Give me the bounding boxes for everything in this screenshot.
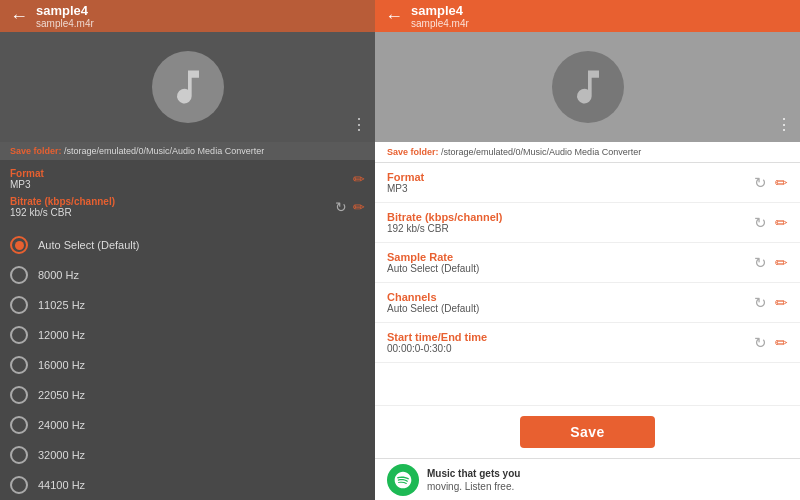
right-three-dots-icon[interactable]: ⋮ [776,115,792,134]
right-header: ← sample4 sample4.m4r [375,0,800,32]
setting-label: Channels [387,291,479,303]
right-title: sample4 [411,3,469,18]
radio-outer [10,266,28,284]
setting-left: Start time/End time00:00:0-0:30:0 [387,331,487,354]
setting-refresh-icon[interactable]: ↻ [754,294,767,312]
right-music-icon [552,51,624,123]
left-three-dots-icon[interactable]: ⋮ [351,115,367,134]
radio-label: 22050 Hz [38,389,85,401]
right-subtitle: sample4.m4r [411,18,469,29]
radio-outer [10,326,28,344]
radio-item[interactable]: 32000 Hz [10,440,365,470]
setting-label: Sample Rate [387,251,479,263]
left-save-folder-path: /storage/emulated/0/Music/Audio Media Co… [64,146,264,156]
left-format-edit-icon[interactable]: ✏ [353,171,365,187]
radio-label: 8000 Hz [38,269,79,281]
setting-edit-icon[interactable]: ✏ [775,254,788,272]
save-button[interactable]: Save [520,416,655,448]
setting-left: Bitrate (kbps/channel)192 kb/s CBR [387,211,503,234]
radio-outer [10,296,28,314]
right-save-folder-bar: Save folder: /storage/emulated/0/Music/A… [375,142,800,163]
setting-refresh-icon[interactable]: ↻ [754,214,767,232]
left-music-icon [152,51,224,123]
setting-left: Sample RateAuto Select (Default) [387,251,479,274]
radio-item[interactable]: 16000 Hz [10,350,365,380]
radio-item[interactable]: 11025 Hz [10,290,365,320]
radio-item[interactable]: 22050 Hz [10,380,365,410]
ad-text-bold: Music that gets you [427,467,520,480]
setting-value: 192 kb/s CBR [387,223,503,234]
radio-outer [10,356,28,374]
radio-inner [15,241,24,250]
left-thumbnail: ⋮ [0,32,375,142]
left-panel: ← sample4 sample4.m4r ⋮ Save folder: /st… [0,0,375,500]
setting-refresh-icon[interactable]: ↻ [754,254,767,272]
radio-item[interactable]: 44100 Hz [10,470,365,500]
right-thumbnail: ⋮ [375,32,800,142]
radio-item[interactable]: Auto Select (Default) [10,230,365,260]
left-bitrate-left: Bitrate (kbps/channel) 192 kb/s CBR [10,196,115,218]
music-note-icon [166,65,210,109]
radio-label: Auto Select (Default) [38,239,140,251]
left-bitrate-icons: ↻ ✏ [335,199,365,215]
left-bitrate-row: Bitrate (kbps/channel) 192 kb/s CBR ↻ ✏ [10,194,365,220]
left-format-row: Format MP3 ✏ [10,166,365,192]
radio-outer [10,386,28,404]
setting-row: FormatMP3↻✏ [375,163,800,203]
setting-refresh-icon[interactable]: ↻ [754,174,767,192]
setting-row: Start time/End time00:00:0-0:30:0↻✏ [375,323,800,363]
left-bitrate-edit-icon[interactable]: ✏ [353,199,365,215]
right-title-group: sample4 sample4.m4r [411,3,469,29]
right-music-note-icon [566,65,610,109]
radio-outer [10,446,28,464]
spotify-icon [387,464,419,496]
left-bitrate-value: 192 kb/s CBR [10,207,115,218]
left-subtitle: sample4.m4r [36,18,94,29]
left-radio-list: Auto Select (Default)8000 Hz11025 Hz1200… [0,226,375,500]
setting-row: ChannelsAuto Select (Default)↻✏ [375,283,800,323]
right-save-folder-path: /storage/emulated/0/Music/Audio Media Co… [441,147,641,157]
left-title-group: sample4 sample4.m4r [36,3,94,29]
setting-edit-icon[interactable]: ✏ [775,294,788,312]
radio-outer [10,476,28,494]
radio-item[interactable]: 12000 Hz [10,320,365,350]
left-format-left: Format MP3 [10,168,44,190]
setting-label: Start time/End time [387,331,487,343]
radio-label: 11025 Hz [38,299,85,311]
left-bitrate-label: Bitrate (kbps/channel) [10,196,115,207]
left-bitrate-refresh-icon[interactable]: ↻ [335,199,347,215]
setting-refresh-icon[interactable]: ↻ [754,334,767,352]
setting-icons: ↻✏ [754,174,788,192]
radio-outer [10,416,28,434]
right-back-icon[interactable]: ← [385,6,403,27]
radio-label: 32000 Hz [38,449,85,461]
setting-left: ChannelsAuto Select (Default) [387,291,479,314]
left-format-label: Format [10,168,44,179]
left-save-folder-label: Save folder: [10,146,62,156]
right-panel: ← sample4 sample4.m4r ⋮ Save folder: /st… [375,0,800,500]
radio-label: 12000 Hz [38,329,85,341]
setting-value: MP3 [387,183,424,194]
setting-row: Bitrate (kbps/channel)192 kb/s CBR↻✏ [375,203,800,243]
setting-edit-icon[interactable]: ✏ [775,334,788,352]
setting-edit-icon[interactable]: ✏ [775,214,788,232]
radio-item[interactable]: 24000 Hz [10,410,365,440]
setting-left: FormatMP3 [387,171,424,194]
ad-text-sub: moving. Listen free. [427,480,520,493]
setting-row: Sample RateAuto Select (Default)↻✏ [375,243,800,283]
radio-label: 16000 Hz [38,359,85,371]
setting-label: Format [387,171,424,183]
left-back-icon[interactable]: ← [10,6,28,27]
setting-icons: ↻✏ [754,214,788,232]
left-format-value: MP3 [10,179,44,190]
setting-icons: ↻✏ [754,254,788,272]
left-header: ← sample4 sample4.m4r [0,0,375,32]
setting-value: 00:00:0-0:30:0 [387,343,487,354]
radio-label: 44100 Hz [38,479,85,491]
setting-edit-icon[interactable]: ✏ [775,174,788,192]
setting-value: Auto Select (Default) [387,263,479,274]
save-area: Save [375,405,800,458]
settings-list: FormatMP3↻✏Bitrate (kbps/channel)192 kb/… [375,163,800,405]
left-save-folder-bar: Save folder: /storage/emulated/0/Music/A… [0,142,375,160]
radio-item[interactable]: 8000 Hz [10,260,365,290]
